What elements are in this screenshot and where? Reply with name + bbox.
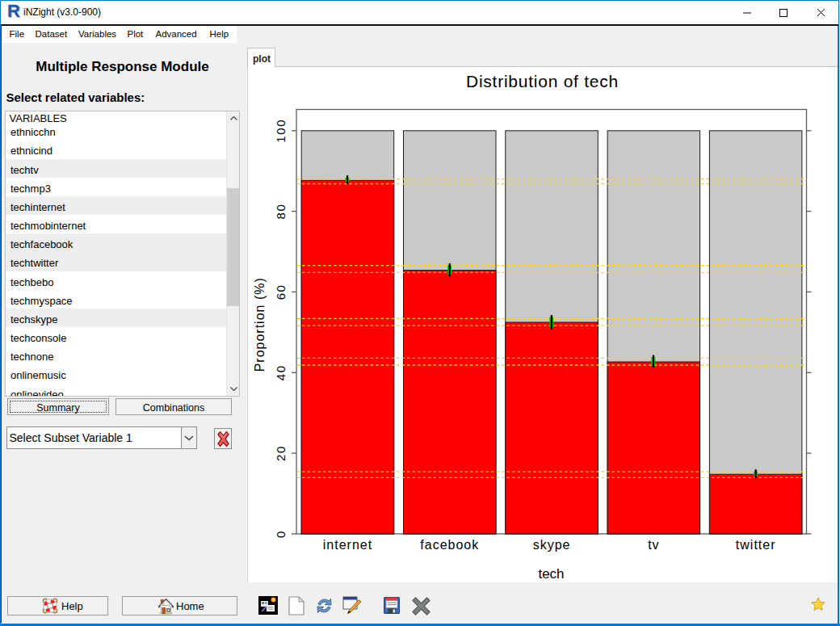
svg-text:40: 40 xyxy=(274,364,288,380)
svg-text:tech: tech xyxy=(538,566,564,582)
svg-text:Proportion (%): Proportion (%) xyxy=(253,277,267,372)
svg-text:80: 80 xyxy=(274,204,288,220)
svg-text:100: 100 xyxy=(274,119,288,143)
svg-text:internet: internet xyxy=(323,538,372,552)
svg-text:twitter: twitter xyxy=(736,538,776,552)
svg-text:Distribution of tech: Distribution of tech xyxy=(466,72,619,90)
svg-text:0: 0 xyxy=(274,530,288,538)
svg-text:facebook: facebook xyxy=(420,538,479,552)
svg-text:skype: skype xyxy=(533,538,571,552)
svg-text:20: 20 xyxy=(274,445,288,461)
svg-text:tv: tv xyxy=(648,538,659,552)
svg-text:60: 60 xyxy=(274,284,288,300)
